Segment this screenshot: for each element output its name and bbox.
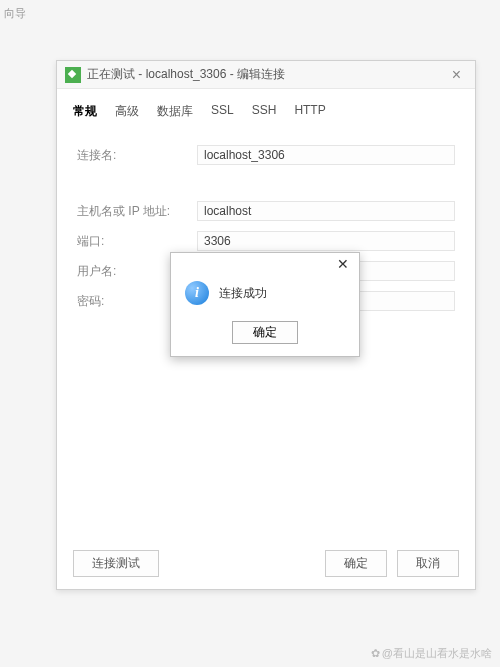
tab-http[interactable]: HTTP — [292, 99, 327, 128]
message-box-header: ✕ — [171, 253, 359, 275]
message-ok-button[interactable]: 确定 — [232, 321, 298, 344]
message-box-body: i 连接成功 — [171, 275, 359, 315]
tab-bar: 常规 高级 数据库 SSL SSH HTTP — [57, 89, 475, 128]
port-input[interactable] — [197, 231, 455, 251]
label-port: 端口: — [77, 233, 197, 250]
tab-advanced[interactable]: 高级 — [113, 99, 141, 128]
host-input[interactable] — [197, 201, 455, 221]
label-connection-name: 连接名: — [77, 147, 197, 164]
info-icon: i — [185, 281, 209, 305]
message-box-footer: 确定 — [171, 315, 359, 356]
label-host: 主机名或 IP 地址: — [77, 203, 197, 220]
message-text: 连接成功 — [219, 285, 267, 302]
watermark-icon: ✿ — [371, 647, 380, 659]
tab-general[interactable]: 常规 — [71, 99, 99, 128]
dialog-button-bar: 连接测试 确定 取消 — [57, 550, 475, 577]
watermark-text: @看山是山看水是水啥 — [382, 647, 492, 659]
dialog-title: 正在测试 - localhost_3306 - 编辑连接 — [87, 66, 285, 83]
tab-ssh[interactable]: SSH — [250, 99, 279, 128]
dialog-titlebar: 正在测试 - localhost_3306 - 编辑连接 × — [57, 61, 475, 89]
connection-name-input[interactable] — [197, 145, 455, 165]
page-header: 向导 — [4, 6, 26, 21]
cancel-button[interactable]: 取消 — [397, 550, 459, 577]
watermark: ✿@看山是山看水是水啥 — [371, 646, 492, 661]
app-icon — [65, 67, 81, 83]
ok-button[interactable]: 确定 — [325, 550, 387, 577]
close-icon[interactable]: ✕ — [333, 256, 353, 272]
close-icon[interactable]: × — [446, 66, 467, 84]
message-box: ✕ i 连接成功 确定 — [170, 252, 360, 357]
tab-ssl[interactable]: SSL — [209, 99, 236, 128]
tab-database[interactable]: 数据库 — [155, 99, 195, 128]
test-connection-button[interactable]: 连接测试 — [73, 550, 159, 577]
